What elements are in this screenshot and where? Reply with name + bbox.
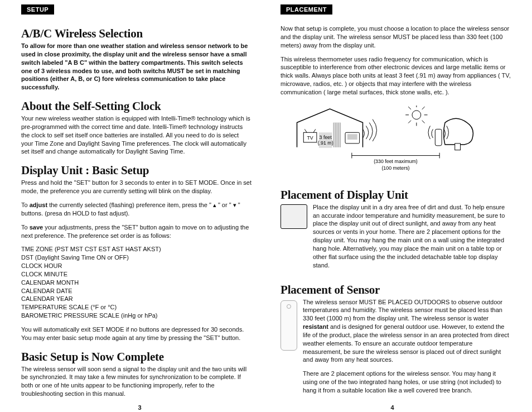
svg-line-19 — [408, 120, 411, 123]
preference-order-list: TME ZONE (PST MST CST EST AST HAST AKST)… — [21, 245, 252, 320]
sensor-icon — [280, 300, 297, 351]
svg-text:(.91 m): (.91 m) — [318, 140, 333, 146]
svg-rect-11 — [347, 134, 357, 140]
page-number-right: 4 — [390, 404, 394, 411]
svg-text:3 feet: 3 feet — [320, 135, 332, 140]
tv-label: TV — [307, 135, 313, 141]
paragraph-placement-sensor-1: The wireless sensor MUST BE PLACED OUTDO… — [303, 298, 511, 365]
paragraph-placement-display: Place the display unit in a dry area fre… — [313, 203, 511, 270]
page-left: SETUP A/B/C Wireless Selection To allow … — [13, 4, 266, 412]
svg-rect-21 — [455, 143, 461, 150]
heading-placement-display: Placement of Display Unit — [280, 188, 511, 202]
page-number-left: 3 — [138, 404, 141, 411]
heading-setup-complete: Basic Setup is Now Complete — [21, 350, 252, 364]
paragraph-interference: This wireless thermometer uses radio fre… — [280, 55, 511, 97]
sensor-block: The wireless sensor MUST BE PLACED OUTDO… — [280, 298, 511, 400]
svg-rect-22 — [435, 129, 442, 146]
paragraph-basic-setup-intro: Press and hold the "SET" button for 3 se… — [21, 179, 252, 195]
page-right: PLACEMENT Now that setup is complete, yo… — [266, 4, 519, 412]
svg-line-5 — [304, 129, 307, 132]
heading-self-setting-clock: About the Self-Setting Clock — [21, 99, 252, 113]
placement-tab: PLACEMENT — [280, 4, 332, 15]
svg-line-6 — [313, 129, 316, 132]
paragraph-adjust: To adjust the currently selected (flashi… — [21, 201, 252, 218]
paragraph-auto-exit: You will automatically exit SET MODE if … — [21, 325, 252, 342]
paragraph-placement-sensor-2: There are 2 placement options for the wi… — [303, 370, 511, 395]
paragraph-save: To save your adjustments, press the "SET… — [21, 223, 252, 240]
svg-text:(330 feet maximum): (330 feet maximum) — [374, 159, 418, 164]
svg-line-18 — [422, 107, 425, 109]
svg-point-12 — [412, 111, 421, 119]
placement-diagram: TV 3 feet (.91 m) — [280, 106, 511, 178]
display-unit-icon — [280, 204, 307, 229]
svg-line-17 — [408, 107, 411, 109]
heading-basic-setup: Display Unit : Basic Setup — [21, 164, 252, 178]
heading-wireless-selection: A/B/C Wireless Selection — [21, 27, 252, 41]
paragraph-self-setting-clock: Your new wireless weather station is equ… — [21, 114, 252, 156]
paragraph-wireless-selection: To allow for more than one weather stati… — [21, 42, 252, 92]
paragraph-setup-complete: The wireless sensor will soon send a sig… — [21, 365, 252, 398]
setup-tab: SETUP — [21, 4, 54, 15]
svg-line-20 — [422, 120, 425, 123]
heading-placement-sensor: Placement of Sensor — [280, 283, 511, 297]
paragraph-placement-intro: Now that setup is complete, you must cho… — [280, 25, 511, 50]
svg-text:(100 meters): (100 meters) — [381, 165, 409, 171]
display-unit-block: Place the display unit in a dry area fre… — [280, 203, 511, 275]
